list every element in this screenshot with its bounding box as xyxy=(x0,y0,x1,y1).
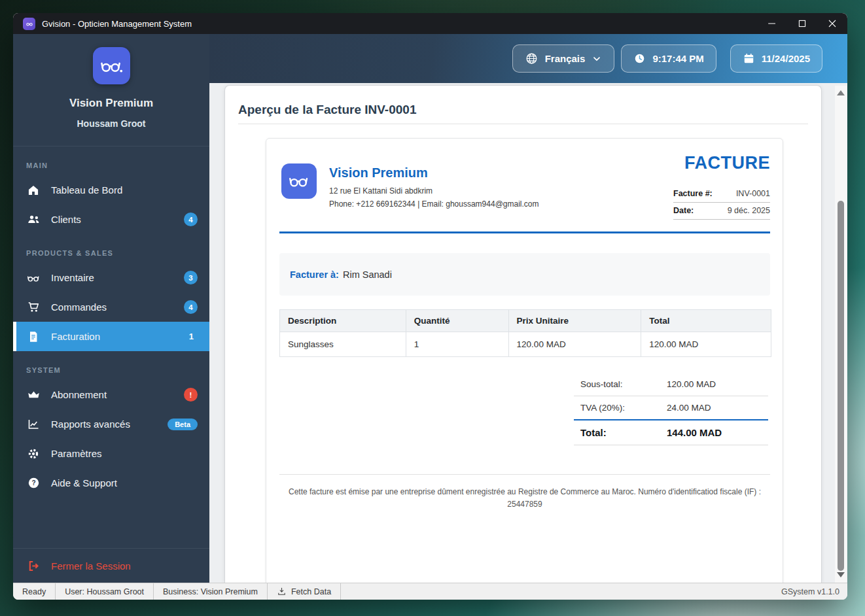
logout-section: Fermer la Session xyxy=(13,548,209,583)
gear-icon xyxy=(26,447,41,461)
language-selector[interactable]: Français xyxy=(512,44,615,73)
bill-to-name: Rim Sanadi xyxy=(343,269,392,280)
col-prix-unitaire: Prix Unitaire xyxy=(508,310,641,332)
close-button[interactable] xyxy=(817,13,847,34)
sidebar-item-inventaire[interactable]: Inventaire 3 xyxy=(13,263,209,292)
scroll-up-arrow-icon[interactable] xyxy=(837,90,845,95)
clients-count-badge: 4 xyxy=(184,213,198,226)
desktop-background: Gvision - Opticien Management System xyxy=(0,0,865,616)
abonnement-alert-badge: ! xyxy=(184,388,198,402)
fetch-data-label: Fetch Data xyxy=(291,587,331,596)
titlebar[interactable]: Gvision - Opticien Management System xyxy=(13,13,847,34)
invoice-date-label: Date: xyxy=(673,206,694,215)
window-title: Gvision - Opticien Management System xyxy=(42,19,192,29)
vertical-scrollbar[interactable] xyxy=(835,86,847,583)
sidebar-item-commandes[interactable]: Commandes 4 xyxy=(13,292,209,322)
invoice-number-row: Facture #: INV-0001 xyxy=(673,186,770,203)
app-icon xyxy=(23,18,35,30)
status-ready: Ready xyxy=(13,583,56,600)
sidebar-item-aide-support[interactable]: ? Aide & Support xyxy=(13,468,209,498)
sidebar-item-label: Aide & Support xyxy=(51,477,117,488)
maximize-icon xyxy=(796,17,809,30)
invoice-date-value: 9 déc. 2025 xyxy=(728,206,770,215)
invoice-number-value: INV-0001 xyxy=(736,189,770,198)
cart-icon xyxy=(26,300,41,315)
language-label: Français xyxy=(545,53,586,64)
scroll-down-arrow-icon[interactable] xyxy=(837,572,845,577)
invoice-company-address: 12 rue El Kattani Sidi abdkrim xyxy=(329,186,432,196)
col-description: Description xyxy=(280,310,406,332)
bill-to-box: Facturer à: Rim Sanadi xyxy=(279,253,770,296)
close-icon xyxy=(826,17,839,30)
scrollbar-thumb[interactable] xyxy=(838,201,844,571)
sidebar-item-facturation[interactable]: Facturation 1 xyxy=(13,322,209,351)
sidebar-item-tableau-de-bord[interactable]: Tableau de Bord xyxy=(13,175,209,205)
invoice-doc-title: FACTURE xyxy=(684,153,770,173)
status-business: Business: Vision Premium xyxy=(154,583,268,600)
minimize-button[interactable] xyxy=(757,13,787,34)
logout-label: Fermer la Session xyxy=(51,560,131,572)
col-quantite: Quantité xyxy=(406,310,508,332)
invoice-footer-divider xyxy=(279,474,770,475)
subtotal-label: Sous-total: xyxy=(580,379,667,389)
sidebar-section-products-sales: PRODUCTS & SALES xyxy=(13,234,209,263)
cell-quantite: 1 xyxy=(406,332,508,357)
invoice-header-divider xyxy=(279,231,770,233)
statusbar: Ready User: Houssam Groot Business: Visi… xyxy=(13,583,847,600)
app-window: Gvision - Opticien Management System xyxy=(13,13,847,600)
clock-icon xyxy=(633,52,646,65)
invoice-document: Vision Premium 12 rue El Kattani Sidi ab… xyxy=(266,138,783,583)
invoice-preview-panel: Aperçu de la Facture INV-0001 Vision Pre… xyxy=(224,85,822,583)
col-total: Total xyxy=(641,310,771,332)
window-controls xyxy=(757,13,847,34)
sidebar-item-clients[interactable]: Clients 4 xyxy=(13,205,209,234)
sidebar-item-label: Commandes xyxy=(51,301,107,313)
title-divider xyxy=(238,124,808,124)
fetch-data-button[interactable]: Fetch Data xyxy=(268,583,341,600)
sidebar: Vision Premium Houssam Groot MAIN Tablea… xyxy=(13,34,209,583)
business-logo xyxy=(93,47,130,84)
maximize-button[interactable] xyxy=(787,13,817,34)
clock-widget[interactable]: 9:17:44 PM xyxy=(621,44,716,73)
invoice-company-logo xyxy=(281,163,317,199)
sidebar-item-label: Paramètres xyxy=(51,448,102,459)
sidebar-item-label: Tableau de Bord xyxy=(51,184,122,196)
sidebar-item-label: Rapports avancés xyxy=(51,419,130,430)
time-label: 9:17:44 PM xyxy=(652,53,703,64)
logout-button[interactable]: Fermer la Session xyxy=(13,549,209,583)
glasses-logo-icon xyxy=(287,169,311,193)
grand-total-label: Total: xyxy=(580,427,667,438)
invoice-meta: Facture #: INV-0001 Date: 9 déc. 2025 xyxy=(673,186,770,220)
subtotal-row: Sous-total: 120.00 MAD xyxy=(574,373,768,396)
date-widget[interactable]: 11/24/2025 xyxy=(730,44,822,73)
calendar-icon xyxy=(743,52,755,65)
svg-text:?: ? xyxy=(31,479,35,487)
sidebar-item-abonnement[interactable]: Abonnement ! xyxy=(13,380,209,409)
status-user: User: Houssam Groot xyxy=(56,583,154,600)
sidebar-item-rapports-avances[interactable]: Rapports avancés Beta xyxy=(13,409,209,439)
glasses-icon xyxy=(26,271,41,285)
sidebar-section-system: SYSTEM xyxy=(13,351,209,380)
sidebar-section-main: MAIN xyxy=(13,146,209,175)
invoice-totals: Sous-total: 120.00 MAD TVA (20%): 24.00 … xyxy=(574,373,768,445)
cell-description: Sunglasses xyxy=(280,332,406,357)
download-icon xyxy=(277,587,287,596)
help-icon: ? xyxy=(26,476,41,490)
sidebar-business-name: Vision Premium xyxy=(69,97,153,110)
bill-to-label: Facturer à: xyxy=(290,269,339,280)
sidebar-item-parametres[interactable]: Paramètres xyxy=(13,439,209,468)
tva-value: 24.00 MAD xyxy=(667,403,711,413)
globe-icon xyxy=(525,52,538,65)
invoice-icon xyxy=(26,330,41,344)
grand-total-value: 144.00 MAD xyxy=(667,427,722,438)
sidebar-user-name: Houssam Groot xyxy=(77,118,145,129)
invoice-number-label: Facture #: xyxy=(673,189,713,198)
invoice-company-name: Vision Premium xyxy=(329,165,428,180)
cell-total: 120.00 MAD xyxy=(641,332,771,357)
content-region: Aperçu de la Facture INV-0001 Vision Pre… xyxy=(209,83,847,583)
invoice-date-row: Date: 9 déc. 2025 xyxy=(673,203,770,220)
sidebar-item-label: Clients xyxy=(51,214,81,225)
beta-badge: Beta xyxy=(168,419,198,430)
inventaire-count-badge: 3 xyxy=(184,271,198,284)
sidebar-item-label: Abonnement xyxy=(51,389,107,400)
